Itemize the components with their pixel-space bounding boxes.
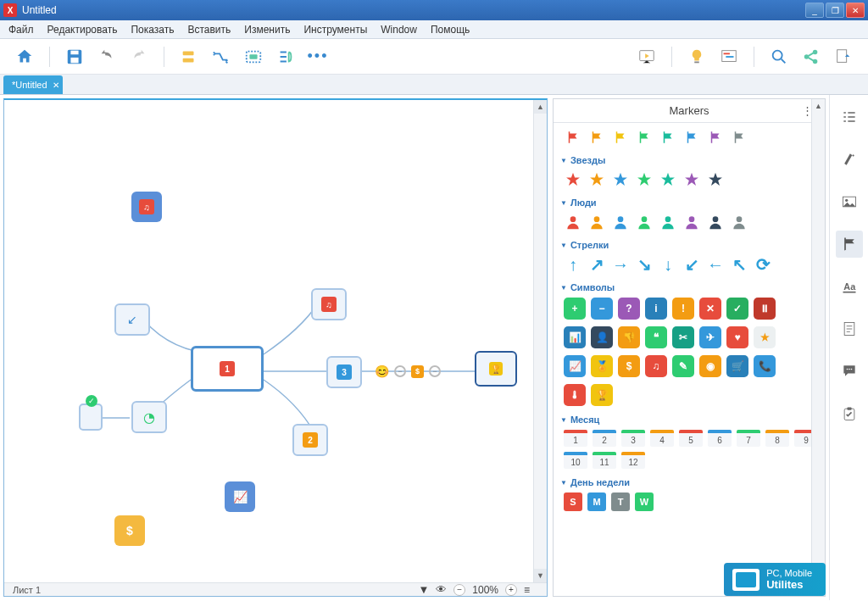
marker-item[interactable] (682, 170, 701, 189)
marker-item[interactable]: ✎ (672, 355, 694, 377)
group-header-symbols[interactable]: Символы (560, 279, 823, 296)
boundary-right-selected[interactable]: 🏆 (475, 351, 517, 387)
marker-item[interactable]: ↙ (682, 255, 701, 274)
group-header-stars[interactable]: Звезды (560, 152, 823, 169)
marker-item[interactable] (611, 170, 630, 189)
panel-scroll-up[interactable]: ▲ (812, 99, 825, 113)
menu-file[interactable]: Файл (2, 21, 41, 38)
marker-item[interactable]: ← (706, 255, 725, 274)
marker-item[interactable] (564, 170, 582, 189)
vertical-scrollbar[interactable]: ▲ ▼ (533, 100, 547, 596)
idea-button[interactable] (682, 43, 711, 70)
zoom-in-button[interactable]: + (505, 584, 517, 596)
marker-item[interactable]: 👎 (618, 326, 640, 348)
month-6[interactable]: 6 (708, 430, 732, 447)
group-header-arrows[interactable]: Стрелки (560, 237, 823, 253)
boundary-button[interactable] (239, 43, 268, 70)
marker-item[interactable]: + (564, 298, 586, 320)
marker-item[interactable]: ↘ (635, 255, 654, 274)
marker-item[interactable]: ✈ (699, 326, 721, 348)
month-8[interactable]: 8 (765, 430, 789, 447)
month-4[interactable]: 4 (650, 430, 674, 447)
month-10[interactable]: 10 (564, 452, 587, 469)
marker-item[interactable]: − (591, 298, 613, 320)
marker-item[interactable]: 📈 (564, 355, 586, 377)
maximize-button[interactable]: ❐ (826, 3, 844, 18)
month-12[interactable]: 12 (621, 452, 645, 469)
image-icon[interactable] (836, 188, 863, 215)
notes-icon[interactable] (836, 315, 863, 342)
marker-item[interactable] (564, 128, 582, 147)
menu-icon[interactable]: ≡ (524, 584, 530, 596)
month-3[interactable]: 3 (621, 430, 645, 447)
marker-item[interactable] (682, 213, 701, 231)
marker-item[interactable] (659, 213, 677, 231)
menu-window[interactable]: Window (374, 21, 424, 38)
marker-item[interactable]: ↖ (730, 255, 748, 274)
marker-item[interactable] (730, 128, 748, 147)
marker-item[interactable]: $ (618, 355, 640, 377)
markers-icon[interactable] (836, 231, 863, 258)
marker-item[interactable] (587, 213, 606, 231)
marker-item[interactable] (587, 128, 606, 147)
marker-item[interactable]: 📊 (564, 326, 586, 348)
floating-music[interactable]: ♫ (131, 192, 162, 222)
marker-item[interactable]: ✓ (726, 298, 748, 320)
tab-close-icon[interactable]: ✕ (53, 81, 59, 90)
search-button[interactable] (765, 43, 793, 70)
menu-help[interactable]: Помощь (424, 21, 476, 38)
marker-item[interactable]: ↗ (587, 255, 606, 274)
presentation-button[interactable] (632, 43, 661, 70)
outline-icon[interactable] (836, 103, 863, 131)
export-button[interactable] (829, 43, 858, 70)
marker-item[interactable] (682, 128, 701, 147)
canvas-area[interactable]: 1 ↙ ♫ 3 2 ◔ ✓ (3, 98, 548, 597)
marker-item[interactable]: ◉ (699, 355, 721, 377)
gantt-button[interactable] (715, 43, 743, 70)
save-button[interactable] (60, 43, 89, 70)
home-button[interactable] (10, 43, 39, 70)
sheet-tab[interactable]: Лист 1 (4, 583, 49, 596)
filter-icon[interactable]: ▼ (418, 583, 429, 596)
month-11[interactable]: 11 (593, 452, 616, 469)
menu-modify[interactable]: Изменить (237, 21, 297, 38)
task-icon[interactable] (836, 400, 863, 427)
marker-item[interactable] (659, 128, 677, 147)
marker-item[interactable]: ✂ (672, 326, 694, 348)
marker-item[interactable]: ✕ (699, 298, 721, 320)
relationship-button[interactable] (207, 43, 236, 70)
marker-item[interactable]: 👤 (591, 326, 613, 348)
eye-icon[interactable]: 👁 (436, 583, 447, 596)
marker-item[interactable]: ! (672, 298, 694, 320)
marker-item[interactable]: → (611, 255, 630, 274)
marker-item[interactable] (611, 128, 630, 147)
marker-item[interactable]: ❝ (645, 326, 667, 348)
marker-item[interactable]: ↓ (659, 255, 677, 274)
marker-item[interactable] (564, 213, 582, 231)
comments-icon[interactable] (836, 358, 863, 385)
marker-item[interactable]: 📞 (754, 355, 776, 377)
marker-item[interactable]: 🏅 (591, 355, 613, 377)
subtopic-2[interactable]: 2 (292, 424, 328, 456)
marker-item[interactable] (635, 128, 654, 147)
month-2[interactable]: 2 (593, 430, 616, 447)
group-header-people[interactable]: Люди (560, 194, 823, 211)
marker-item[interactable]: ♥ (726, 326, 748, 348)
marker-item[interactable]: T (611, 492, 630, 511)
marker-item[interactable]: ⏸ (754, 298, 776, 320)
share-button[interactable] (797, 43, 826, 70)
format-icon[interactable] (836, 146, 863, 173)
group-header-month[interactable]: Месяц (560, 411, 823, 428)
marker-item[interactable] (587, 170, 606, 189)
font-icon[interactable]: Aa (836, 273, 863, 300)
marker-item[interactable] (706, 213, 725, 231)
marker-item[interactable]: ↑ (564, 255, 582, 274)
month-7[interactable]: 7 (737, 430, 760, 447)
marker-item[interactable] (706, 128, 725, 147)
close-button[interactable]: ✕ (846, 3, 865, 18)
redo-button[interactable] (125, 43, 153, 70)
subtopic-3[interactable]: 3 (326, 356, 362, 388)
menu-insert[interactable]: Вставить (181, 21, 237, 38)
marker-item[interactable]: ♫ (645, 355, 667, 377)
marker-item[interactable] (635, 170, 654, 189)
